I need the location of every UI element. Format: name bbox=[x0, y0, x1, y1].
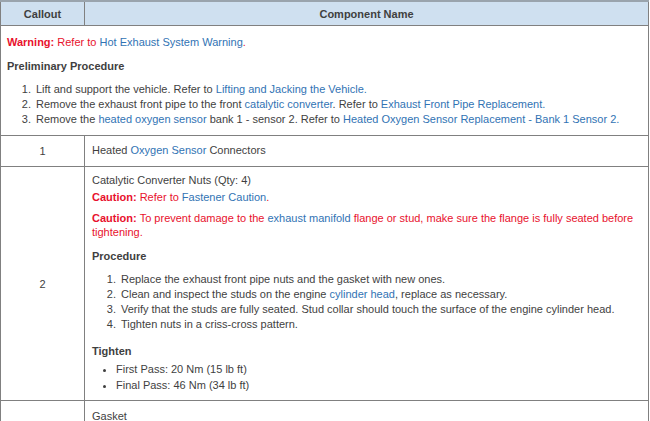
tighten-first-pass: First Pass: 20 Nm (15 lb ft) bbox=[116, 362, 641, 376]
procedure-title: Procedure bbox=[92, 249, 641, 263]
component-cell-2: Catalytic Converter Nuts (Qty: 4) Cautio… bbox=[85, 167, 649, 401]
component-name-1: Heated Oxygen Sensor Connectors bbox=[92, 143, 641, 157]
component-name-column-header: Component Name bbox=[85, 1, 649, 26]
hyperlink[interactable]: exhaust manifold bbox=[267, 212, 350, 224]
text-segment: To prevent damage to the bbox=[140, 212, 268, 224]
text-segment: . bbox=[266, 191, 269, 203]
table-row-callout-3: 3 Gasket Note: If replacing catalytic co… bbox=[1, 401, 649, 421]
hyperlink[interactable]: Exhaust Front Pipe Replacement. bbox=[381, 98, 545, 110]
text-segment: Connectors bbox=[206, 144, 265, 156]
text-segment: Lift and support the vehicle. Refer to bbox=[36, 83, 216, 95]
text-segment: Remove the exhaust front pipe to the fro… bbox=[36, 98, 245, 110]
text-segment: Replace the exhaust front pipe nuts and … bbox=[121, 273, 445, 285]
hyperlink[interactable]: Hot Exhaust System Warning bbox=[100, 36, 243, 48]
flange-caution-text: Caution: To prevent damage to the exhaus… bbox=[92, 211, 641, 239]
preliminary-step-2: Remove the exhaust front pipe to the fro… bbox=[34, 97, 642, 111]
hyperlink[interactable]: cylinder head bbox=[330, 288, 395, 300]
component-callout-table: Callout Component Name Warning: Refer to… bbox=[0, 0, 649, 421]
preliminary-procedure-cell: Warning: Refer to Hot Exhaust System War… bbox=[1, 26, 649, 136]
callout-number-3: 3 bbox=[1, 401, 85, 421]
table-header-row: Callout Component Name bbox=[1, 1, 649, 26]
text-segment: . bbox=[243, 36, 246, 48]
table-row-callout-2: 2 Catalytic Converter Nuts (Qty: 4) Caut… bbox=[1, 167, 649, 401]
callout-number-1: 1 bbox=[1, 136, 85, 167]
hyperlink[interactable]: Oxygen Sensor bbox=[131, 144, 207, 156]
callout-column-header: Callout bbox=[1, 1, 85, 26]
text-segment: Tighten nuts in a criss-cross pattern. bbox=[121, 318, 298, 330]
procedure-step-1: Replace the exhaust front pipe nuts and … bbox=[119, 272, 641, 286]
preliminary-step-3: Remove the heated oxygen sensor bank 1 -… bbox=[34, 112, 642, 126]
text-segment: Refer to bbox=[140, 191, 182, 203]
component-name-3: Gasket bbox=[92, 409, 641, 421]
hyperlink[interactable]: catalytic converter bbox=[245, 98, 333, 110]
procedure-step-4: Tighten nuts in a criss-cross pattern. bbox=[119, 317, 641, 331]
tighten-final-pass: Final Pass: 46 Nm (34 lb ft) bbox=[116, 378, 641, 392]
fastener-caution-text: Caution: Refer to Fastener Caution. bbox=[92, 190, 641, 204]
procedure-steps-list: Replace the exhaust front pipe nuts and … bbox=[92, 272, 641, 331]
preliminary-procedure-row: Warning: Refer to Hot Exhaust System War… bbox=[1, 26, 649, 136]
text-segment: bank 1 - sensor 2. Refer to bbox=[207, 113, 343, 125]
text-segment: Caution: bbox=[92, 191, 140, 203]
preliminary-step-1: Lift and support the vehicle. Refer to L… bbox=[34, 82, 642, 96]
hyperlink[interactable]: Lifting and Jacking the Vehicle. bbox=[216, 83, 367, 95]
text-segment: . Refer to bbox=[333, 98, 381, 110]
component-cell-1: Heated Oxygen Sensor Connectors bbox=[85, 136, 649, 167]
component-name-2: Catalytic Converter Nuts (Qty: 4) bbox=[92, 173, 641, 187]
preliminary-procedure-title: Preliminary Procedure bbox=[7, 59, 642, 73]
text-segment: Clean and inspect the studs on the engin… bbox=[121, 288, 330, 300]
hyperlink[interactable]: heated oxygen sensor bbox=[98, 113, 206, 125]
hyperlink[interactable]: Heated Oxygen Sensor Replacement - Bank … bbox=[343, 113, 619, 125]
text-segment: Warning: bbox=[7, 36, 57, 48]
tighten-title: Tighten bbox=[92, 344, 641, 358]
procedure-step-3: Verify that the studs are fully seated. … bbox=[119, 302, 641, 316]
text-segment: Refer to bbox=[57, 36, 99, 48]
text-segment: Caution: bbox=[92, 212, 140, 224]
text-segment: , replace as necessary. bbox=[395, 288, 507, 300]
text-segment: Remove the bbox=[36, 113, 98, 125]
preliminary-steps-list: Lift and support the vehicle. Refer to L… bbox=[7, 82, 642, 126]
table-row-callout-1: 1 Heated Oxygen Sensor Connectors bbox=[1, 136, 649, 167]
procedure-step-2: Clean and inspect the studs on the engin… bbox=[119, 287, 641, 301]
tighten-specs-list: First Pass: 20 Nm (15 lb ft) Final Pass:… bbox=[92, 362, 641, 392]
text-segment: Heated bbox=[92, 144, 131, 156]
component-cell-3: Gasket Note: If replacing catalytic conv… bbox=[85, 401, 649, 421]
hot-exhaust-warning-text: Warning: Refer to Hot Exhaust System War… bbox=[7, 35, 642, 49]
callout-number-2: 2 bbox=[1, 167, 85, 401]
text-segment: Verify that the studs are fully seated. … bbox=[121, 303, 614, 315]
hyperlink[interactable]: Fastener Caution bbox=[182, 191, 266, 203]
